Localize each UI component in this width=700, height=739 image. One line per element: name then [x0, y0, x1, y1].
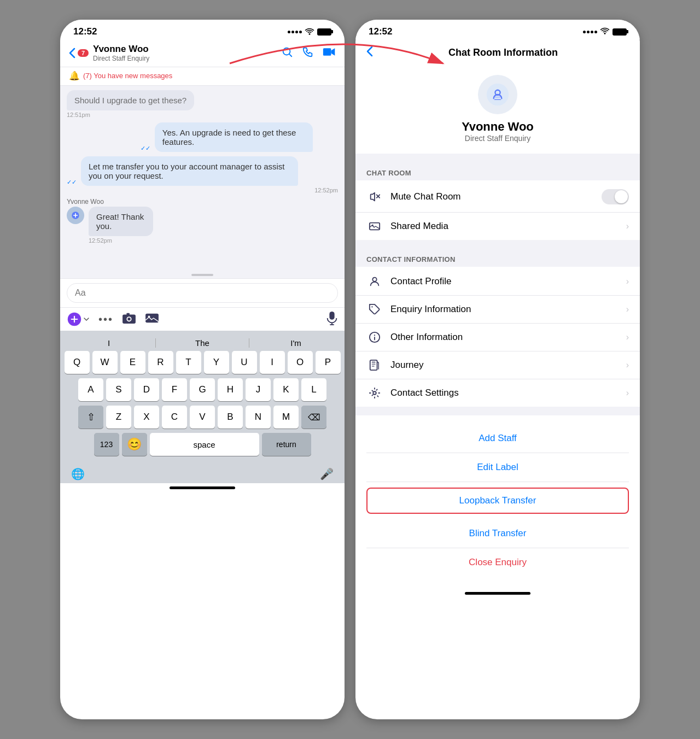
bell-icon: 🔔	[69, 71, 80, 81]
key-N[interactable]: N	[246, 406, 271, 429]
message-row-4: Yvonne Woo Great! Thank you. 12:52pm	[67, 198, 338, 244]
key-V[interactable]: V	[190, 406, 215, 429]
signal-dots	[288, 31, 302, 33]
keyboard-row-3: ⇧ Z X C V B N M ⌫	[62, 406, 342, 429]
mic-bottom-icon[interactable]: 🎤	[320, 467, 334, 480]
suggestion-2[interactable]: The	[156, 338, 249, 348]
key-O[interactable]: O	[288, 351, 313, 374]
notification-text: (7) You have new messages	[83, 72, 172, 80]
key-backspace[interactable]: ⌫	[301, 406, 326, 429]
battery-icon-left	[317, 28, 331, 36]
key-J[interactable]: J	[246, 378, 271, 401]
section-gap-3	[355, 407, 640, 415]
close-enquiry-button[interactable]: Close Enquiry	[366, 548, 629, 577]
suggestion-1[interactable]: I	[62, 338, 156, 348]
back-button[interactable]	[69, 48, 75, 58]
key-S[interactable]: S	[106, 378, 131, 401]
edit-label-button[interactable]: Edit Label	[366, 453, 629, 482]
key-H[interactable]: H	[218, 378, 243, 401]
chat-room-items: Mute Chat Room Shared Media ›	[355, 181, 640, 240]
phone-icon[interactable]	[302, 46, 314, 60]
key-U[interactable]: U	[232, 351, 257, 374]
globe-icon[interactable]: 🌐	[71, 467, 85, 480]
check-marks-2: ✓✓	[141, 145, 150, 152]
chevron-enquiry: ›	[626, 304, 629, 314]
add-staff-button[interactable]: Add Staff	[366, 424, 629, 453]
key-K[interactable]: K	[273, 378, 299, 401]
key-return[interactable]: return	[262, 433, 311, 456]
input-area	[60, 278, 345, 307]
mute-label: Mute Chat Room	[390, 191, 602, 202]
app-icon[interactable]	[67, 312, 90, 327]
key-D[interactable]: D	[134, 378, 159, 401]
svg-rect-26	[370, 360, 377, 370]
message-row-3: ✓✓ Let me transfer you to your account m…	[67, 156, 338, 193]
contact-profile-item[interactable]: Contact Profile ›	[355, 268, 640, 296]
contact-profile-label: Contact Profile	[390, 276, 626, 287]
key-F[interactable]: F	[162, 378, 187, 401]
info-icon	[366, 331, 383, 343]
camera-icon[interactable]	[122, 312, 136, 326]
key-T[interactable]: T	[176, 351, 201, 374]
other-information-item[interactable]: Other Information ›	[355, 324, 640, 351]
shared-media-item[interactable]: Shared Media ›	[355, 213, 640, 240]
key-I[interactable]: I	[260, 351, 285, 374]
contact-settings-item[interactable]: Contact Settings ›	[355, 379, 640, 407]
key-E[interactable]: E	[120, 351, 145, 374]
key-Z[interactable]: Z	[106, 406, 131, 429]
dots-icon[interactable]: •••	[98, 313, 113, 326]
svg-rect-8	[126, 313, 130, 315]
mute-toggle[interactable]	[602, 189, 629, 204]
loopback-transfer-button[interactable]: Loopback Transfer	[366, 488, 629, 514]
key-Q[interactable]: Q	[65, 351, 90, 374]
message-time-1: 12:51pm	[67, 112, 90, 118]
right-phone: 12:52	[355, 20, 640, 719]
key-P[interactable]: P	[316, 351, 341, 374]
bottom-bar-left: 🌐 🎤	[60, 465, 345, 483]
status-icons-left	[288, 27, 331, 37]
keyboard-suggestions: I The I'm	[62, 335, 342, 351]
left-phone: 12:52	[60, 20, 345, 719]
page-title: Chat Room Information	[377, 47, 629, 58]
mute-chat-room-item[interactable]: Mute Chat Room	[355, 181, 640, 213]
svg-rect-2	[323, 48, 331, 56]
suggestion-3[interactable]: I'm	[249, 338, 342, 348]
input-toolbar: •••	[60, 307, 345, 331]
key-R[interactable]: R	[148, 351, 173, 374]
contact-subtitle-right: Direct Staff Enquiry	[465, 134, 530, 143]
video-icon[interactable]	[323, 46, 336, 60]
key-C[interactable]: C	[162, 406, 187, 429]
key-X[interactable]: X	[134, 406, 159, 429]
key-emoji[interactable]: 😊	[122, 433, 147, 456]
blind-transfer-button[interactable]: Blind Transfer	[366, 519, 629, 548]
contact-info-items: Contact Profile › Enquiry Information ›	[355, 268, 640, 407]
key-Y[interactable]: Y	[204, 351, 229, 374]
key-shift[interactable]: ⇧	[78, 406, 103, 429]
enquiry-information-item[interactable]: Enquiry Information ›	[355, 296, 640, 324]
dot3	[295, 31, 298, 33]
key-G[interactable]: G	[190, 378, 215, 401]
signal-dots-right	[583, 31, 597, 33]
contact-avatar	[478, 75, 517, 114]
mic-icon[interactable]	[326, 311, 338, 327]
message-input[interactable]	[67, 283, 338, 303]
keyboard-row-2: A S D F G H J K L	[62, 378, 342, 401]
key-M[interactable]: M	[273, 406, 299, 429]
key-space[interactable]: space	[150, 433, 259, 456]
key-123[interactable]: 123	[94, 433, 119, 456]
back-button-right[interactable]	[366, 46, 373, 60]
key-L[interactable]: L	[301, 378, 326, 401]
journey-item[interactable]: Journey ›	[355, 351, 640, 379]
key-B[interactable]: B	[218, 406, 243, 429]
key-W[interactable]: W	[92, 351, 118, 374]
dot1	[288, 31, 290, 33]
image-icon[interactable]	[145, 312, 159, 326]
info-header: Chat Room Information	[355, 39, 640, 66]
chevron-other: ›	[626, 332, 629, 342]
message-bubble-incoming-1: Should I upgrade to get these?	[67, 90, 194, 110]
tag-icon	[366, 303, 383, 315]
key-A[interactable]: A	[78, 378, 103, 401]
search-icon[interactable]	[281, 46, 293, 60]
contact-settings-label: Contact Settings	[390, 388, 626, 398]
chat-area[interactable]: Should I upgrade to get these? 12:51pm ✓…	[60, 86, 345, 272]
